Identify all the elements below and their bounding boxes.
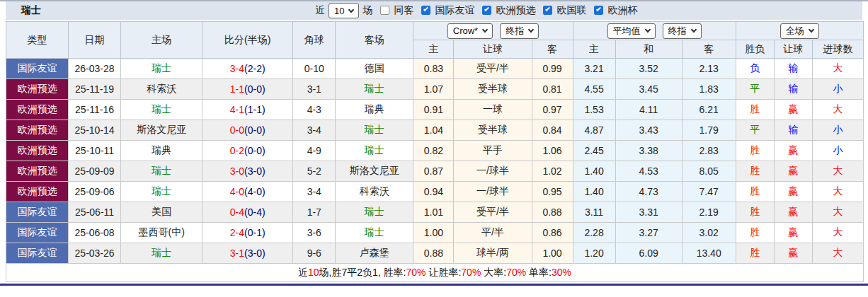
score-cell: 3-4(2-2) [202,59,293,79]
handicap-home-odds-cell: 0.83 [413,59,454,79]
goals-outcome-cell: 大 [812,223,863,243]
home-team-cell: 瑞士 [121,100,202,120]
league-euro-qualifier-label: 欧洲预选 [496,4,535,17]
half-time-score: (0-4) [244,206,265,218]
full-time-score: 1-1 [230,83,244,95]
europe-home-odds-cell: 1.40 [573,182,615,202]
europe-avg-select[interactable]: 平均值 [607,23,656,39]
home-team-cell: 瑞士 [121,161,202,182]
europe-draw-odds-cell: 4.11 [615,100,682,120]
league-type-cell: 欧洲预选 [6,120,69,141]
handicap-outcome-cell: 赢 [774,202,812,223]
full-time-score: 0-0 [230,124,244,136]
home-team-cell: 科索沃 [121,79,202,100]
scope-select[interactable]: 全场 [780,23,819,39]
full-time-score: 4-1 [230,104,244,115]
away-team-cell: 德国 [336,59,413,79]
filter-bar: 近 10 场 同客 国际友谊 欧洲预选 欧国联 欧洲杯 [315,1,637,20]
europe-draw-odds-cell: 3.52 [615,59,682,79]
europe-home-odds-cell: 4.87 [573,120,615,141]
league-euro-cup-label: 欧洲杯 [607,4,637,17]
handicap-final-select[interactable]: 终指 [500,23,539,39]
europe-draw-odds-cell: 6.09 [615,243,682,264]
summary-text-segment: 让胜率: [426,267,462,278]
col-header-ah-away: 客 [532,40,573,59]
handicap-away-odds-cell: 1.02 [532,161,573,182]
europe-away-odds-cell: 2.83 [682,141,736,161]
date-cell: 25-06-11 [69,202,121,223]
col-header-eu-draw: 和 [615,40,682,59]
date-cell: 25-10-11 [69,141,121,161]
handicap-outcome-cell: 赢 [774,161,812,182]
outcome-cell: 胜 [736,141,774,161]
league-friendly-checkbox[interactable] [421,6,430,15]
corner-cell: 3-1 [293,79,336,100]
league-euro-cup-checkbox[interactable] [594,6,603,15]
handicap-line-cell: 一球 [454,100,532,120]
league-type-cell: 欧洲预选 [6,141,69,161]
col-header-corner: 角球 [293,22,336,59]
half-time-score: (0-0) [244,83,265,95]
handicap-line-cell: 受半球 [454,120,532,141]
corner-cell: 9-6 [293,243,336,264]
match-history-table: 类型 日期 主场 比分(半场) 角球 客场 Crow* 终指 平均值 终指 全场 [6,21,864,282]
col-header-ah-outcome: 让球 [774,40,812,59]
corner-cell: 3-4 [293,120,336,141]
away-team-cell: 斯洛文尼亚 [336,161,413,182]
europe-draw-odds-cell: 4.73 [615,182,682,202]
goals-outcome-cell: 大 [812,161,863,182]
col-header-outcome: 胜负 [736,40,774,59]
handicap-away-odds-cell: 0.81 [532,79,573,100]
match-row: 国际友谊25-06-08墨西哥(中)2-4(0-1)3-6瑞士1.00平/半0.… [6,223,864,243]
same-away-checkbox[interactable] [380,6,389,15]
date-cell: 25-06-08 [69,223,121,243]
europe-draw-odds-cell: 3.45 [615,79,682,100]
bookmaker-group-header: Crow* 终指 [413,22,573,40]
europe-away-odds-cell: 3.02 [682,223,736,243]
europe-home-odds-cell: 1.20 [573,243,615,264]
corner-cell: 3-4 [293,182,336,202]
half-time-score: (0-1) [244,227,265,238]
outcome-cell: 胜 [736,202,774,223]
handicap-outcome-cell: 赢 [774,243,812,264]
handicap-away-odds-cell: 0.97 [532,100,573,120]
full-time-score: 3-0 [230,165,244,177]
same-away-label: 同客 [394,4,413,17]
corner-cell: 5-2 [293,161,336,182]
score-cell: 0-4(0-4) [202,202,293,223]
date-cell: 25-11-16 [69,100,121,120]
score-cell: 2-4(0-1) [202,223,293,243]
score-cell: 0-0(0-0) [202,120,293,141]
europe-draw-odds-cell: 3.31 [615,202,682,223]
handicap-home-odds-cell: 0.82 [413,141,454,161]
bookmaker-select[interactable]: Crow* [447,23,493,39]
goals-outcome-cell: 大 [812,182,863,202]
handicap-home-odds-cell: 0.94 [413,182,454,202]
league-nations-league-checkbox[interactable] [543,6,552,15]
recent-count-select[interactable]: 10 [329,3,359,18]
match-row: 国际友谊25-06-11美国0-4(0-4)1-7瑞士1.01受平/半0.883… [6,202,864,223]
check-icon [423,6,428,11]
goals-outcome-cell: 大 [812,202,863,223]
check-icon [545,6,550,11]
europe-away-odds-cell: 1.79 [682,120,736,141]
score-cell: 3-0(3-0) [202,161,293,182]
col-header-type: 类型 [6,22,69,59]
corner-cell: 3-6 [293,223,336,243]
match-row: 欧洲预选25-11-16瑞士4-1(1-1)4-3瑞典0.91一球0.971.5… [6,100,864,120]
date-cell: 25-10-14 [69,120,121,141]
league-type-cell: 国际友谊 [6,223,69,243]
europe-home-odds-cell: 1.40 [573,161,615,182]
summary-stat-value: 70% [461,267,481,278]
league-type-cell: 欧洲预选 [6,182,69,202]
summary-text-segment: 近 [298,267,308,278]
match-rows: 国际友谊26-03-28瑞士3-4(2-2)0-10德国0.83受平/半0.99… [6,59,864,264]
col-header-ah-line: 让球 [454,40,532,59]
league-friendly-label: 国际友谊 [435,4,474,17]
handicap-line-cell: 一/球半 [454,161,532,182]
handicap-line-cell: 受平/半 [454,59,532,79]
europe-away-odds-cell: 13.40 [682,243,736,264]
europe-final-select[interactable]: 终指 [663,23,702,39]
league-euro-qualifier-checkbox[interactable] [482,6,491,15]
handicap-home-odds-cell: 1.00 [413,223,454,243]
